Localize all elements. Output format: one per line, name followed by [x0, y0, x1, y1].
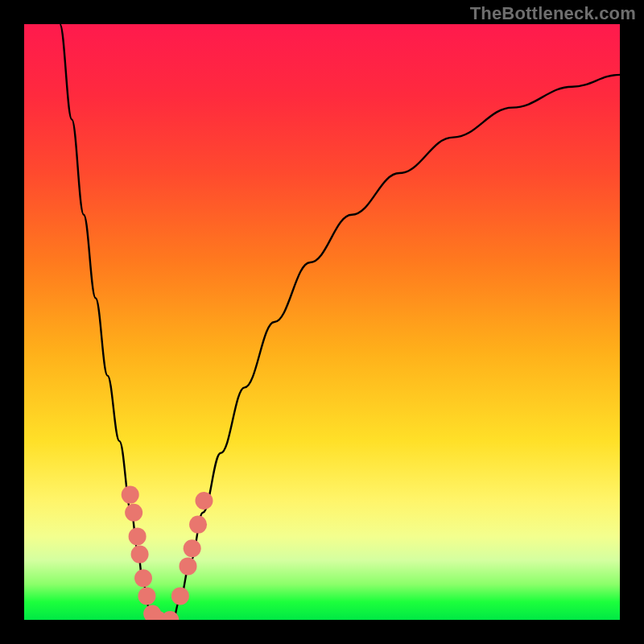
marker-dot	[129, 527, 147, 545]
marker-dot	[138, 587, 155, 605]
marker-dot	[171, 587, 189, 605]
marker-dot	[195, 492, 213, 510]
curve-layer	[24, 24, 620, 620]
marker-dot	[189, 516, 207, 534]
marker-dot	[134, 569, 152, 587]
chart-stage: TheBottleneck.com	[0, 0, 644, 644]
watermark-text: TheBottleneck.com	[470, 3, 636, 24]
curve-right-path	[173, 75, 620, 620]
marker-dot	[131, 546, 149, 564]
marker-dot	[184, 539, 201, 557]
marker-dot	[122, 486, 139, 504]
plot-area	[24, 24, 620, 620]
marker-dot	[125, 504, 142, 522]
marker-dot	[180, 557, 197, 575]
marker-group	[122, 486, 213, 620]
